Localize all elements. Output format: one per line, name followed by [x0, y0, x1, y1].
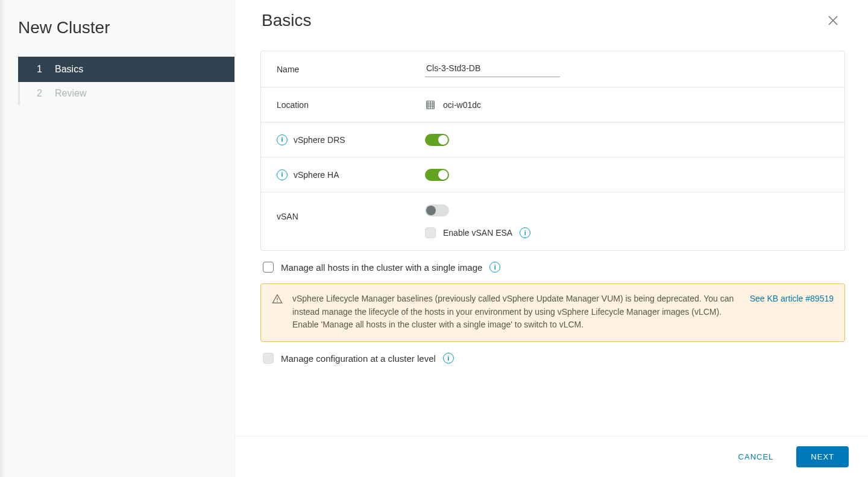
- vsan-toggle[interactable]: [425, 204, 449, 216]
- ha-value: [425, 169, 829, 181]
- step-number: 1: [37, 64, 45, 75]
- row-name: Name: [261, 51, 844, 87]
- drs-label: vSphere DRS: [294, 135, 345, 145]
- close-icon: [827, 14, 839, 27]
- warning-message: vSphere Lifecycle Manager baselines (pre…: [292, 292, 740, 332]
- ha-label-wrap: vSphere HA: [277, 169, 425, 180]
- svg-point-10: [277, 301, 278, 302]
- step-label: Basics: [55, 64, 83, 75]
- warning-icon: [272, 292, 283, 309]
- new-cluster-wizard: New Cluster 1 Basics 2 Review Basics: [0, 0, 868, 477]
- drs-value: [425, 134, 829, 146]
- toggle-knob: [438, 170, 448, 180]
- row-vsan: vSAN Enable vSAN ESA: [261, 192, 844, 250]
- name-label: Name: [277, 65, 425, 74]
- datacenter-icon: [425, 100, 436, 110]
- wizard-sidebar: New Cluster 1 Basics 2 Review: [0, 0, 235, 477]
- ha-label: vSphere HA: [294, 170, 339, 180]
- row-drs: vSphere DRS: [261, 122, 844, 157]
- cancel-button[interactable]: CANCEL: [726, 446, 786, 467]
- wizard-content: Basics Name Location: [235, 0, 868, 477]
- single-image-label: Manage all hosts in the cluster with a s…: [281, 262, 482, 273]
- cluster-name-input[interactable]: [425, 61, 560, 77]
- toggle-knob: [438, 135, 448, 145]
- info-icon[interactable]: [277, 134, 288, 145]
- row-location: Location: [261, 87, 844, 122]
- vsan-esa-checkbox: [425, 227, 436, 238]
- vsan-esa-line: Enable vSAN ESA: [425, 227, 530, 238]
- name-value: [425, 61, 829, 77]
- page-title: Basics: [262, 11, 825, 30]
- toggle-knob: [426, 206, 436, 215]
- vsan-label: vSAN: [277, 202, 425, 221]
- content-header: Basics: [235, 0, 868, 35]
- location-text: oci-w01dc: [443, 100, 481, 110]
- next-button[interactable]: NEXT: [796, 446, 849, 467]
- row-ha: vSphere HA: [261, 157, 844, 192]
- single-image-row: Manage all hosts in the cluster with a s…: [260, 251, 845, 276]
- close-button[interactable]: [825, 12, 841, 29]
- cluster-config-checkbox: [263, 353, 274, 364]
- drs-toggle[interactable]: [425, 134, 449, 146]
- ha-toggle[interactable]: [425, 169, 449, 181]
- location-label: Location: [277, 100, 425, 110]
- info-icon[interactable]: [520, 227, 530, 238]
- step-review[interactable]: 2 Review: [20, 82, 234, 105]
- content-body: Name Location: [235, 35, 868, 436]
- location-value: oci-w01dc: [425, 100, 829, 110]
- vsan-value: Enable vSAN ESA: [425, 202, 829, 241]
- drs-label-wrap: vSphere DRS: [277, 134, 425, 145]
- cluster-config-label: Manage configuration at a cluster level: [281, 353, 436, 364]
- warning-kb-link[interactable]: See KB article #89519: [750, 292, 834, 306]
- info-icon[interactable]: [277, 169, 288, 180]
- wizard-steps: 1 Basics 2 Review: [18, 57, 234, 105]
- vsan-esa-label: Enable vSAN ESA: [443, 228, 512, 238]
- info-icon[interactable]: [489, 262, 500, 273]
- single-image-checkbox[interactable]: [263, 262, 274, 273]
- step-number: 2: [37, 88, 45, 99]
- wizard-title: New Cluster: [18, 18, 234, 37]
- info-icon[interactable]: [443, 353, 454, 364]
- wizard-footer: CANCEL NEXT: [235, 436, 868, 477]
- cluster-config-row: Manage configuration at a cluster level: [260, 344, 845, 366]
- basics-card: Name Location: [260, 51, 845, 251]
- step-label: Review: [55, 88, 86, 99]
- deprecation-warning: vSphere Lifecycle Manager baselines (pre…: [260, 283, 845, 342]
- step-basics[interactable]: 1 Basics: [18, 57, 234, 82]
